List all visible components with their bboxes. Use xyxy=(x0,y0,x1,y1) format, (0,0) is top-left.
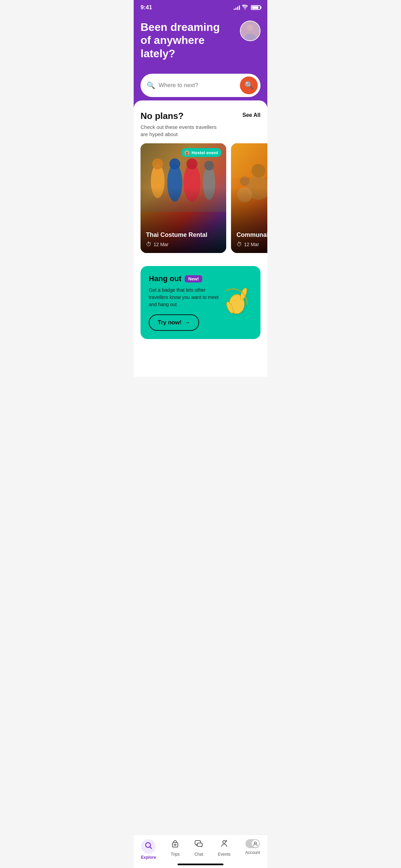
status-time: 9:41 xyxy=(141,4,152,11)
see-all-button[interactable]: See All xyxy=(242,111,260,118)
battery-icon xyxy=(251,5,260,10)
search-input[interactable] xyxy=(159,82,236,89)
event-date-1: ⏱ 12 Mar xyxy=(146,241,221,248)
no-plans-section-header: No plans? Check out these events travell… xyxy=(141,111,260,138)
event-card-communal[interactable]: 🏨 Hostel event Communal Dinn... ⏱ 12 Mar xyxy=(231,143,267,253)
clock-icon-1: ⏱ xyxy=(146,241,151,248)
no-plans-title: No plans? xyxy=(141,111,223,121)
header: Been dreaming of anywhere lately? xyxy=(134,14,267,74)
wifi-icon xyxy=(242,5,248,11)
arrow-icon: → xyxy=(184,319,190,326)
event-title-2: Communal Dinn... xyxy=(236,231,267,239)
svg-point-1 xyxy=(247,24,254,31)
search-button-icon: 🔍 xyxy=(244,81,254,90)
search-button[interactable]: 🔍 xyxy=(240,76,258,94)
status-bar: 9:41 xyxy=(134,0,267,14)
hangout-card: Hang out New! Get a badge that lets othe… xyxy=(141,266,260,339)
event-info-1: Thai Costume Rental ⏱ 12 Mar xyxy=(146,231,221,248)
event-date-2: ⏱ 12 Mar xyxy=(236,241,267,248)
event-title-1: Thai Costume Rental xyxy=(146,231,221,239)
search-icon-left: 🔍 xyxy=(147,81,155,89)
search-bar[interactable]: 🔍 🔍 xyxy=(141,74,260,97)
events-scroll: 🏨 Hostel event Thai Costume Rental ⏱ 12 … xyxy=(134,143,267,256)
hangout-title: Hang out xyxy=(149,274,181,283)
main-content: No plans? Check out these events travell… xyxy=(134,100,267,377)
status-icons xyxy=(234,5,260,11)
hostel-icon-1: 🏨 xyxy=(184,150,190,155)
event-badge-1: 🏨 Hostel event xyxy=(181,148,221,157)
clock-icon-2: ⏱ xyxy=(236,241,242,248)
signal-icon xyxy=(234,5,240,10)
new-badge: New! xyxy=(185,275,202,282)
no-plans-subtitle: Check out these events travellers are hy… xyxy=(141,123,223,138)
hangout-emoji xyxy=(221,285,252,320)
try-now-button[interactable]: Try now! → xyxy=(149,314,199,331)
header-title: Been dreaming of anywhere lately? xyxy=(141,21,230,60)
avatar[interactable] xyxy=(240,21,260,41)
hangout-description: Get a badge that lets other travellers k… xyxy=(149,287,221,308)
event-info-2: Communal Dinn... ⏱ 12 Mar xyxy=(236,231,267,248)
event-card-thai[interactable]: 🏨 Hostel event Thai Costume Rental ⏱ 12 … xyxy=(141,143,226,253)
